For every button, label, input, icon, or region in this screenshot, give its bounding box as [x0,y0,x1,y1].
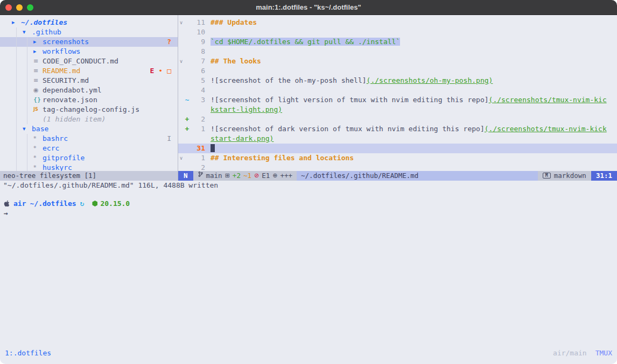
tmux-pane: ▸~/.dotfiles▾.github▸screenshots?▸workfl… [0,15,617,181]
fold-marker-icon[interactable]: ∨ [178,56,184,66]
editor-line[interactable]: ∨11### Updates [178,18,617,27]
mode-indicator: N [178,171,193,181]
text-segment: ### Updates [211,18,257,26]
indent-guide [23,66,33,76]
tree-item-file[interactable]: ≡SECURITY.md [0,76,178,85]
tree-item-file[interactable]: (1 hidden item) [0,115,178,124]
js-file-icon: JS [33,105,43,115]
text-segment: ![screenshot of the oh-my-posh shell] [211,76,367,84]
line-number: 2 [190,163,205,171]
fold-column [178,134,184,144]
fold-marker-icon[interactable]: ∨ [178,153,184,163]
text-segment: `cd $HOME/.dotfiles && git pull && ./ins… [211,38,400,46]
nvim-message-line: "~/.dotfiles/.github/README.md" 116L, 44… [0,181,617,190]
editor-line[interactable]: ~3![screenshot of light version of tmux … [178,95,617,105]
indent-guide [23,95,33,105]
prompt-input-line[interactable] [0,209,617,218]
editor-line[interactable]: start-dark.png) [178,134,617,144]
text-segment: ![screenshot of dark version of tmux wit… [211,125,485,133]
tree-item-file[interactable]: *gitprofile [0,153,178,163]
tree-item-file[interactable]: {}renovate.json [0,95,178,105]
tree-item-file[interactable]: ≡CODE_OF_CONDUCT.md [0,56,178,66]
line-number: 11 [190,18,205,27]
tree-item-file[interactable]: JStag-changelog-config.js [0,105,178,115]
neo-tree-statusline: neo-tree filesystem [1] [0,171,178,181]
editor-line[interactable]: 4 [178,85,617,95]
line-number: 31 [190,144,205,153]
indent-guide [12,153,23,163]
editor-buffer[interactable]: ∨11### Updates109`cd $HOME/.dotfiles && … [178,15,617,171]
terminal-window: main:1:.dotfiles - "ks~/.dotfiles" ▸~/.d… [0,0,617,364]
tree-item-folder[interactable]: ▸~/.dotfiles [0,18,178,27]
diagnostics-count: E1 [262,171,270,181]
tree-item-folder[interactable]: ▸workflows [0,47,178,56]
line-text [205,85,211,95]
tmux-status-right: air/main TMUX [553,349,612,357]
line-number: 6 [190,66,205,76]
tree-item-label: gitprofile [43,153,85,163]
plugin-icon [272,171,277,181]
line-text: kstart-light.png) [205,105,282,115]
editor-line[interactable]: ∨7## The looks [178,56,617,66]
text-segment: ## Interesting files and locations [211,154,354,162]
tree-item-badges: I [167,134,171,144]
fold-column [178,85,184,95]
tree-item-label: renovate.json [43,95,97,105]
tree-item-file[interactable]: ≡README.mdE•□ [0,66,178,76]
tree-item-label: tag-changelog-config.js [43,105,139,115]
git-sign-column [184,27,190,37]
editor-line[interactable]: ∨1## Interesting files and locations [178,153,617,163]
line-text: ## The looks [205,56,261,66]
tree-item-file[interactable]: *bashrcI [0,134,178,144]
indent-guide [12,47,23,56]
line-text: ![screenshot of dark version of tmux wit… [205,124,607,134]
shell-area[interactable]: air ~/.dotfiles 20.15.0 1:.dotfiles air/… [0,190,617,364]
tmux-status-bar: 1:.dotfiles air/main TMUX [0,347,617,358]
tree-item-folder[interactable]: ▸screenshots? [0,37,178,47]
tree-item-label: base [32,124,48,134]
fold-column [178,115,184,124]
indent-guide [12,105,23,115]
indent-guide [23,37,33,47]
indent-guide [23,85,33,95]
line-text: ![screenshot of light version of tmux wi… [205,95,607,105]
editor-line[interactable]: 8 [178,47,617,56]
editor-line[interactable]: kstart-light.png) [178,105,617,115]
editor-line[interactable]: 2 [178,163,617,171]
tree-item-file[interactable]: *huskyrc [0,163,178,171]
text-cursor [211,144,215,152]
tree-item-folder[interactable]: ▾base [0,124,178,134]
git-sign-column [184,37,190,47]
text-segment: (./screenshots/tmux-nvim-kic [489,96,607,104]
tree-item-file[interactable]: *ecrc [0,144,178,153]
editor-line[interactable]: 6 [178,66,617,76]
editor-line[interactable]: 10 [178,27,617,37]
editor-line[interactable]: 5![screenshot of the oh-my-posh shell](.… [178,76,617,85]
indent-guide [12,134,23,144]
git-refresh-icon [80,199,85,209]
editor-line[interactable]: 9`cd $HOME/.dotfiles && git pull && ./in… [178,37,617,47]
config-file-icon: * [33,134,43,144]
line-number: 4 [190,85,205,95]
folder-open-icon: ▾ [23,124,32,134]
tree-item-file[interactable]: ◉dependabot.yml [0,85,178,95]
tree-item-label: workflows [43,47,80,56]
close-button[interactable] [5,4,12,11]
indent-guide [12,95,23,105]
line-number: 3 [190,95,205,105]
minimize-button[interactable] [16,4,23,11]
git-sign-column [184,163,190,171]
tree-item-folder[interactable]: ▾.github [0,27,178,37]
line-text: `cd $HOME/.dotfiles && git pull && ./ins… [205,37,400,47]
indent-guide [23,153,33,163]
tree-item-label: bashrc [43,134,68,144]
fold-marker-icon[interactable]: ∨ [178,18,184,27]
zoom-button[interactable] [27,4,33,11]
editor-line[interactable]: +2 [178,115,617,124]
tmux-window[interactable]: 1:.dotfiles [5,349,51,357]
node-version: 20.15.0 [100,199,130,209]
fold-column [178,27,184,37]
editor-line[interactable]: 31 [178,144,617,153]
editor-line[interactable]: +1![screenshot of dark version of tmux w… [178,124,617,134]
line-text [205,27,211,37]
